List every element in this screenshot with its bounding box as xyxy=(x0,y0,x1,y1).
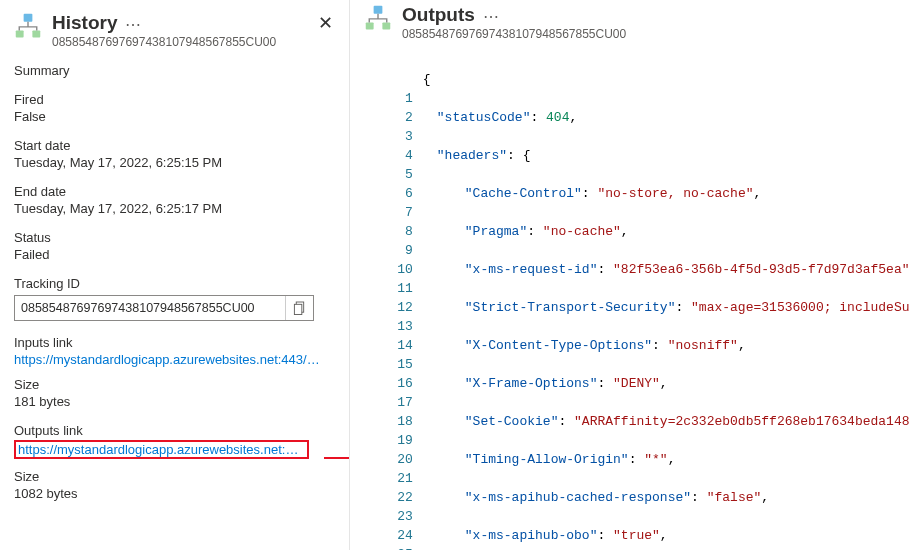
status-label: Status xyxy=(14,230,335,245)
code-line: "x-ms-apihub-obo": "true", xyxy=(423,526,910,545)
code-editor[interactable]: 1234567891011121314151617181920212223242… xyxy=(350,49,910,550)
code-line: "headers": { xyxy=(423,146,910,165)
start-date-value: Tuesday, May 17, 2022, 6:25:15 PM xyxy=(14,155,335,170)
code-line: "Pragma": "no-cache", xyxy=(423,222,910,241)
copy-button[interactable] xyxy=(285,296,313,320)
svg-rect-7 xyxy=(374,6,383,14)
logic-app-icon xyxy=(364,4,392,32)
inputs-size-label: Size xyxy=(14,377,335,392)
tracking-id-field: 08585487697697438107948567855CU00 xyxy=(14,295,314,321)
code-line: "X-Content-Type-Options": "nosniff", xyxy=(423,336,910,355)
outputs-header: Outputs ⋯ 08585487697697438107948567855C… xyxy=(350,0,910,49)
tracking-id-label: Tracking ID xyxy=(14,276,335,291)
svg-rect-8 xyxy=(366,22,374,29)
svg-rect-1 xyxy=(16,30,24,37)
more-icon[interactable]: ⋯ xyxy=(125,14,141,33)
svg-rect-4 xyxy=(294,304,301,314)
status-value: Failed xyxy=(14,247,335,262)
code-line: "statusCode": 404, xyxy=(423,108,910,127)
code-content: { "statusCode": 404, "headers": { "Cache… xyxy=(423,49,910,550)
outputs-header-text: Outputs ⋯ 08585487697697438107948567855C… xyxy=(402,4,910,41)
outputs-id: 08585487697697438107948567855CU00 xyxy=(402,27,910,41)
line-gutter: 1234567891011121314151617181920212223242… xyxy=(350,49,423,550)
end-date-label: End date xyxy=(14,184,335,199)
outputs-title: Outputs xyxy=(402,4,475,26)
end-date-value: Tuesday, May 17, 2022, 6:25:17 PM xyxy=(14,201,335,216)
fired-label: Fired xyxy=(14,92,335,107)
svg-rect-9 xyxy=(382,22,390,29)
outputs-size-value: 1082 bytes xyxy=(14,486,335,501)
inputs-size-value: 181 bytes xyxy=(14,394,335,409)
code-line: "Strict-Transport-Security": "max-age=31… xyxy=(423,298,910,317)
history-title: History xyxy=(52,12,117,34)
start-date-label: Start date xyxy=(14,138,335,153)
code-line: "Timing-Allow-Origin": "*", xyxy=(423,450,910,469)
code-line: "Set-Cookie": "ARRAffinity=2c332eb0db5ff… xyxy=(423,412,910,431)
history-panel: History ⋯ 08585487697697438107948567855C… xyxy=(0,0,350,550)
more-icon[interactable]: ⋯ xyxy=(483,6,499,25)
summary-label: Summary xyxy=(14,63,335,78)
inputs-link[interactable]: https://mystandardlogicapp.azurewebsites… xyxy=(14,352,320,367)
history-header-text: History ⋯ 08585487697697438107948567855C… xyxy=(52,12,306,49)
svg-rect-0 xyxy=(24,14,33,22)
code-line: "Cache-Control": "no-store, no-cache", xyxy=(423,184,910,203)
code-line: { xyxy=(423,70,910,89)
outputs-panel: Outputs ⋯ 08585487697697438107948567855C… xyxy=(350,0,910,550)
close-icon[interactable]: ✕ xyxy=(316,12,335,34)
code-line: "x-ms-request-id": "82f53ea6-356b-4f5d-9… xyxy=(423,260,910,279)
code-line: "x-ms-apihub-cached-response": "false", xyxy=(423,488,910,507)
history-id: 08585487697697438107948567855CU00 xyxy=(52,35,306,49)
fired-value: False xyxy=(14,109,335,124)
logic-app-icon xyxy=(14,12,42,40)
code-line: "X-Frame-Options": "DENY", xyxy=(423,374,910,393)
outputs-link-label: Outputs link xyxy=(14,423,335,438)
tracking-id-value[interactable]: 08585487697697438107948567855CU00 xyxy=(15,301,285,315)
arrow-right-icon xyxy=(324,449,350,470)
svg-rect-2 xyxy=(32,30,40,37)
outputs-link[interactable]: https://mystandardlogicapp.azurewebsites… xyxy=(18,442,305,457)
history-header: History ⋯ 08585487697697438107948567855C… xyxy=(14,8,335,49)
outputs-link-highlight: https://mystandardlogicapp.azurewebsites… xyxy=(14,440,309,459)
inputs-link-label: Inputs link xyxy=(14,335,335,350)
outputs-size-label: Size xyxy=(14,469,335,484)
